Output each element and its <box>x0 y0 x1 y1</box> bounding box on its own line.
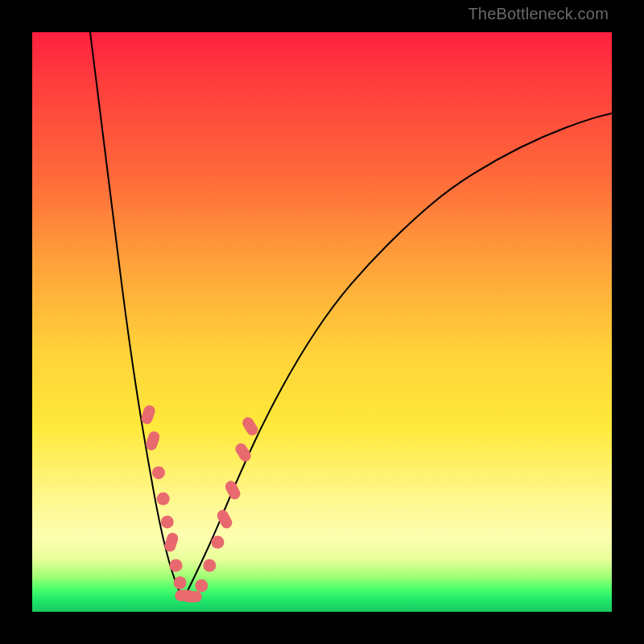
data-marker <box>157 493 170 506</box>
left-branch-curve <box>90 32 183 601</box>
data-marker <box>170 559 183 572</box>
curve-layer <box>32 32 612 612</box>
chart-frame: TheBottleneck.com <box>0 0 644 644</box>
data-marker <box>152 466 165 479</box>
data-marker <box>161 515 174 528</box>
marker-group <box>140 404 260 603</box>
data-marker <box>144 430 161 452</box>
data-marker <box>223 479 242 502</box>
data-marker <box>174 576 187 589</box>
data-marker <box>211 536 224 549</box>
data-marker <box>195 580 208 592</box>
data-marker <box>203 559 216 572</box>
plot-area <box>32 32 612 612</box>
data-marker <box>183 591 202 602</box>
watermark-text: TheBottleneck.com <box>468 5 609 23</box>
data-marker <box>240 415 260 438</box>
right-branch-curve <box>183 114 612 601</box>
